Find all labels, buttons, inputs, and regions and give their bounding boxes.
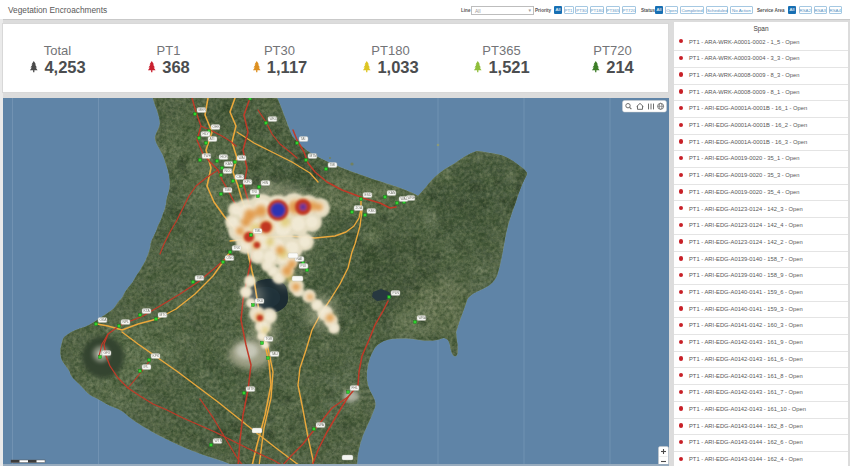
- svg-text:NPL: NPL: [123, 320, 130, 324]
- svg-text:TMN: TMN: [197, 276, 205, 280]
- svg-text:IPL: IPL: [144, 365, 149, 369]
- svg-text:WTN: WTN: [215, 439, 223, 443]
- svg-text:HOR: HOR: [221, 155, 229, 159]
- svg-text:HIN: HIN: [263, 181, 269, 185]
- svg-text:KPK: KPK: [153, 354, 160, 358]
- svg-text:GFX: GFX: [104, 351, 112, 355]
- svg-text:TWH: TWH: [204, 154, 212, 158]
- svg-text:WRH: WRH: [408, 196, 416, 200]
- svg-text:KTA: KTA: [144, 309, 151, 313]
- svg-text:ATI: ATI: [210, 137, 215, 141]
- svg-text:KAN: KAN: [389, 191, 396, 195]
- svg-text:MTM: MTM: [310, 154, 318, 158]
- svg-text:TGR: TGR: [266, 337, 274, 341]
- svg-text:HLY: HLY: [203, 132, 210, 136]
- svg-text:MTR: MTR: [248, 387, 256, 391]
- svg-text:NPA: NPA: [318, 423, 325, 427]
- svg-text:PLN: PLN: [393, 291, 400, 295]
- svg-text:KPO: KPO: [245, 180, 252, 184]
- svg-text:PUI: PUI: [301, 264, 307, 268]
- svg-text:TRK: TRK: [234, 246, 241, 250]
- svg-text:TML: TML: [255, 229, 262, 233]
- svg-text:CBO: CBO: [237, 175, 245, 179]
- svg-text:ESD: ESD: [365, 193, 372, 197]
- svg-text:KAM: KAM: [226, 162, 233, 166]
- svg-text:MER: MER: [199, 108, 207, 112]
- svg-text:OHK: OHK: [213, 125, 221, 129]
- svg-text:KMO: KMO: [369, 209, 377, 213]
- svg-text:TAI: TAI: [301, 137, 306, 141]
- svg-text:MTO: MTO: [160, 313, 168, 317]
- svg-text:WKO: WKO: [270, 117, 278, 121]
- svg-text:NCO: NCO: [225, 169, 233, 173]
- svg-text:2OA: 2OA: [356, 206, 363, 210]
- svg-text:TMK: TMK: [225, 188, 233, 192]
- svg-text:FHL: FHL: [352, 386, 358, 390]
- svg-text:OKA: OKA: [100, 318, 108, 322]
- svg-text:ONG: ONG: [227, 256, 235, 260]
- svg-text:WAI: WAI: [239, 156, 245, 160]
- svg-text:WRA: WRA: [419, 316, 427, 320]
- svg-text:WAL: WAL: [401, 197, 408, 201]
- svg-text:TAU: TAU: [272, 352, 279, 356]
- svg-text:TKU: TKU: [257, 299, 264, 303]
- svg-text:TRI: TRI: [252, 190, 257, 194]
- svg-text:TMI: TMI: [330, 163, 336, 167]
